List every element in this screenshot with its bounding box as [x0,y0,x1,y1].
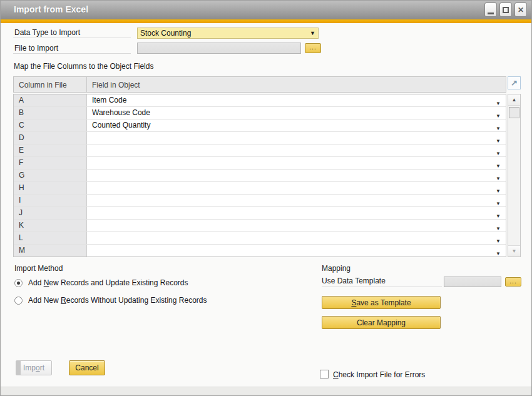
data-type-combo[interactable]: Stock Counting ▼ [137,28,319,39]
chevron-down-icon: ▼ [310,30,315,36]
button-label: Import [23,363,44,372]
column-letter-cell: B [14,107,87,119]
radio-add-only[interactable]: Add New Records Without Updating Existin… [14,296,207,305]
table-row: F ▼ [14,157,506,170]
field-select[interactable]: ▼ [87,182,506,194]
field-select[interactable]: ▼ [87,195,506,206]
field-select[interactable]: ▼ [87,220,506,231]
import-button[interactable]: Import [16,360,52,375]
table-row: C Counted Quantity▼ [14,119,506,132]
field-select[interactable]: Counted Quantity▼ [87,119,506,131]
import-from-excel-dialog: Import from Excel ✕ Data Type to Import … [0,0,532,396]
scrollbar-thumb[interactable] [509,107,519,118]
field-in-object-header: Field in Object [87,77,506,92]
table-row: K ▼ [14,220,506,232]
field-value: Item Code [92,96,126,104]
column-letter-cell: K [14,220,87,231]
field-select[interactable]: Warehouse Code▼ [87,107,506,119]
radio-selected-icon[interactable] [14,279,23,287]
clear-mapping-button[interactable]: Clear Mapping [322,316,441,329]
column-letter-cell: H [14,182,87,194]
field-select[interactable]: ▼ [87,157,506,169]
field-select[interactable]: ▼ [87,145,506,156]
radio-unselected-icon[interactable] [14,297,23,305]
label-mnemonic: C [333,370,339,379]
table-row: L ▼ [14,232,506,245]
table-row: I ▼ [14,195,506,207]
import-method-title: Import Method [14,264,63,273]
use-data-template-label: Use Data Template [322,277,442,287]
label-text: Add New [28,296,61,305]
radio-label: Add New Records Without Updating Existin… [28,296,207,305]
radio-add-update[interactable]: Add New Records and Update Existing Reco… [14,278,188,287]
button-label: Save as Template [351,298,411,307]
field-value: Counted Quantity [92,121,150,129]
table-row: M ▼ [14,245,506,256]
expand-arrow-icon: ↗ [511,78,518,88]
label-text: ecords Without Updating Existing Records [66,296,207,305]
scroll-down-button[interactable]: ▼ [508,245,520,256]
label-text: Imp [23,363,36,372]
triangle-up-icon: ▲ [512,97,517,103]
save-as-template-button[interactable]: Save as Template [322,296,441,309]
field-select[interactable]: Item Code▼ [87,94,506,106]
column-letter-cell: L [14,232,87,244]
field-select[interactable]: ▼ [87,170,506,181]
table-row: A Item Code▼ [14,94,506,107]
table-row: H ▼ [14,182,506,195]
title-bar[interactable]: Import from Excel ✕ [1,1,531,19]
status-strip [1,387,531,395]
field-select[interactable]: ▼ [87,232,506,244]
label-mnemonic: R [61,296,66,305]
use-data-template-input [444,277,501,287]
column-letter-cell: E [14,145,87,156]
expand-table-button[interactable]: ↗ [508,76,521,89]
triangle-down-icon: ▼ [512,248,517,254]
label-mnemonic: o [36,363,40,372]
column-letter-cell: D [14,132,87,144]
mapping-title: Mapping [322,264,350,273]
cancel-button[interactable]: Cancel [69,360,105,375]
label-text: rt [40,363,44,372]
check-errors-checkbox[interactable] [320,370,329,378]
column-letter-cell: C [14,119,87,131]
file-to-import-input [137,43,301,54]
browse-file-button[interactable]: ... [305,43,321,53]
column-letter-cell: G [14,170,87,181]
accent-bar [1,19,531,23]
field-select[interactable]: ▼ [87,245,506,256]
label-text: heck Import File for Errors [339,370,426,379]
mapping-table: A Item Code▼ B Warehouse Code▼ C Counted… [13,94,506,257]
column-letter-cell: M [14,245,87,256]
label-text: Add [28,278,44,287]
minimize-icon [488,13,494,14]
data-type-value: Stock Counting [140,29,191,38]
close-button[interactable]: ✕ [514,3,527,17]
data-type-label: Data Type to Import [13,27,131,38]
window-controls: ✕ [484,3,527,17]
field-select[interactable]: ▼ [87,207,506,219]
minimize-button[interactable] [484,3,497,17]
column-letter-cell: A [14,94,87,106]
table-scrollbar[interactable]: ▲ ▼ [508,94,521,257]
field-select[interactable]: ▼ [87,132,506,144]
maximize-button[interactable] [499,3,512,17]
scroll-up-button[interactable]: ▲ [508,94,520,106]
field-value: Warehouse Code [92,108,150,117]
chevron-down-icon[interactable]: ▼ [496,248,501,260]
button-label: Clear Mapping [357,318,406,327]
button-label: Cancel [75,363,98,372]
label-text: ave as Template [356,298,411,307]
close-icon: ✕ [518,6,524,14]
column-letter-cell: J [14,207,87,219]
file-to-import-label: File to Import [13,43,131,54]
column-letter-cell: I [14,195,87,206]
check-errors-label[interactable]: Check Import File for Errors [333,370,425,379]
maximize-icon [503,7,509,13]
label-text: ew Records and Update Existing Records [49,278,188,287]
table-row: D ▼ [14,132,506,145]
table-row: J ▼ [14,207,506,220]
column-in-file-header: Column in File [14,77,87,92]
browse-template-button[interactable]: ... [505,277,521,287]
table-row: B Warehouse Code▼ [14,107,506,119]
